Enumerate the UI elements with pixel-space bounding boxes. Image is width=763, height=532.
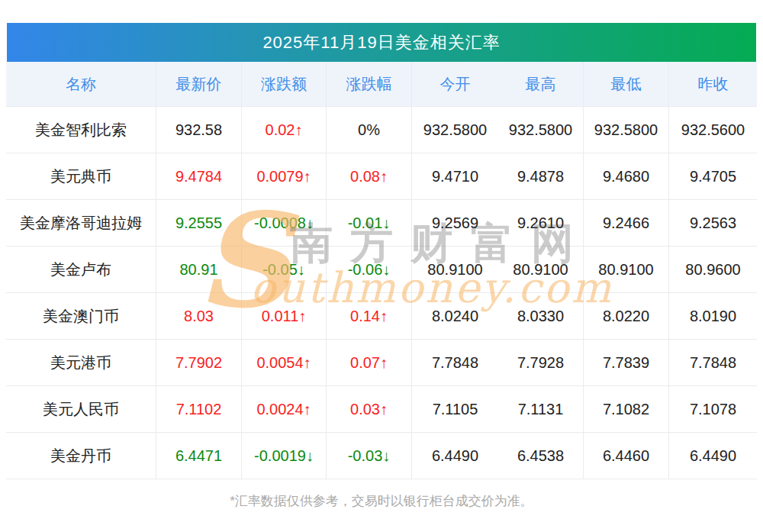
cell-low: 7.1082 [584, 386, 669, 433]
cell-last-price: 80.91 [156, 247, 242, 293]
cell-open: 7.7848 [412, 340, 498, 386]
cell-last-price: 932.58 [156, 107, 242, 153]
cell-open: 80.9100 [412, 247, 498, 293]
column-header-name: 名称 [6, 62, 156, 107]
cell-change-amount: 0.02↑ [242, 107, 327, 153]
cell-low: 8.0220 [584, 293, 669, 340]
cell-open: 7.1105 [412, 386, 498, 433]
disclaimer-text: *汇率数据仅供参考，交易时以银行柜台成交价为准。 [0, 492, 763, 510]
cell-name: 美金卢布 [6, 247, 156, 293]
cell-low: 9.2466 [584, 200, 669, 247]
cell-name: 美元人民币 [6, 386, 156, 433]
cell-last-price: 9.4784 [156, 153, 242, 200]
cell-prev-close: 9.4705 [669, 153, 757, 200]
cell-prev-close: 7.7848 [669, 340, 757, 386]
cell-open: 6.4490 [412, 433, 498, 479]
exchange-rates-table: 名称最新价涨跌额涨跌幅今开最高最低昨收美金智利比索932.580.02↑0%93… [6, 62, 757, 479]
cell-low: 932.5800 [584, 107, 669, 153]
cell-name: 美金智利比索 [6, 107, 156, 153]
page-title: 2025年11月19日美金相关汇率 [262, 31, 500, 54]
cell-change-percent: 0.08↑ [327, 153, 412, 200]
cell-prev-close: 9.2563 [669, 200, 757, 247]
cell-open: 9.4710 [412, 153, 498, 200]
cell-last-price: 7.1102 [156, 386, 242, 433]
cell-high: 80.9100 [498, 247, 584, 293]
cell-high: 7.7928 [498, 340, 584, 386]
cell-prev-close: 6.4490 [669, 433, 757, 479]
cell-last-price: 7.7902 [156, 340, 242, 386]
cell-high: 6.4538 [498, 433, 584, 479]
cell-change-amount: 0.0079↑ [242, 153, 327, 200]
cell-change-amount: -0.0008↓ [242, 200, 327, 247]
cell-open: 8.0240 [412, 293, 498, 340]
column-header-low: 最低 [584, 62, 669, 107]
cell-prev-close: 932.5600 [669, 107, 757, 153]
table-title-banner: 2025年11月19日美金相关汇率 [7, 23, 756, 62]
column-header-change-amount: 涨跌额 [242, 62, 327, 107]
cell-high: 9.2610 [498, 200, 584, 247]
cell-change-percent: -0.01↓ [327, 200, 412, 247]
cell-name: 美金丹币 [6, 433, 156, 479]
cell-change-amount: 0.0024↑ [242, 386, 327, 433]
cell-prev-close: 80.9600 [669, 247, 757, 293]
cell-change-percent: 0.14↑ [327, 293, 412, 340]
cell-low: 6.4460 [584, 433, 669, 479]
column-header-last-price: 最新价 [156, 62, 242, 107]
cell-change-amount: 0.0054↑ [242, 340, 327, 386]
cell-change-amount: 0.011↑ [242, 293, 327, 340]
column-header-high: 最高 [498, 62, 584, 107]
cell-high: 932.5800 [498, 107, 584, 153]
cell-prev-close: 7.1078 [669, 386, 757, 433]
page: 2025年11月19日美金相关汇率 名称最新价涨跌额涨跌幅今开最高最低昨收美金智… [0, 0, 763, 532]
column-header-open: 今开 [412, 62, 498, 107]
cell-name: 美金澳门币 [6, 293, 156, 340]
cell-last-price: 9.2555 [156, 200, 242, 247]
cell-open: 9.2569 [412, 200, 498, 247]
cell-change-amount: -0.0019↓ [242, 433, 327, 479]
cell-high: 7.1131 [498, 386, 584, 433]
cell-change-percent: 0% [327, 107, 412, 153]
cell-open: 932.5800 [412, 107, 498, 153]
cell-change-percent: 0.03↑ [327, 386, 412, 433]
cell-low: 80.9100 [584, 247, 669, 293]
cell-last-price: 8.03 [156, 293, 242, 340]
cell-high: 8.0330 [498, 293, 584, 340]
cell-high: 9.4878 [498, 153, 584, 200]
cell-change-amount: -0.05↓ [242, 247, 327, 293]
cell-prev-close: 8.0190 [669, 293, 757, 340]
cell-last-price: 6.4471 [156, 433, 242, 479]
cell-change-percent: -0.03↓ [327, 433, 412, 479]
cell-name: 美元港币 [6, 340, 156, 386]
column-header-prev-close: 昨收 [669, 62, 757, 107]
cell-low: 9.4680 [584, 153, 669, 200]
cell-low: 7.7839 [584, 340, 669, 386]
cell-change-percent: -0.06↓ [327, 247, 412, 293]
cell-name: 美元典币 [6, 153, 156, 200]
cell-change-percent: 0.07↑ [327, 340, 412, 386]
cell-name: 美金摩洛哥迪拉姆 [6, 200, 156, 247]
column-header-change-percent: 涨跌幅 [327, 62, 412, 107]
